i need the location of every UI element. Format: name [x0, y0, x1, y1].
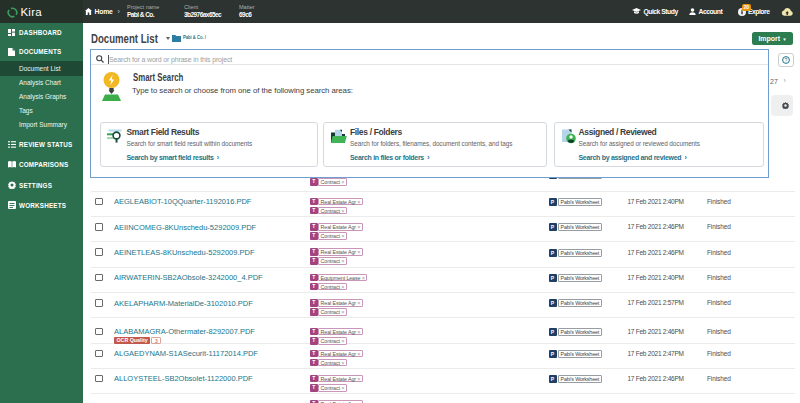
- svg-text:?: ?: [784, 57, 787, 63]
